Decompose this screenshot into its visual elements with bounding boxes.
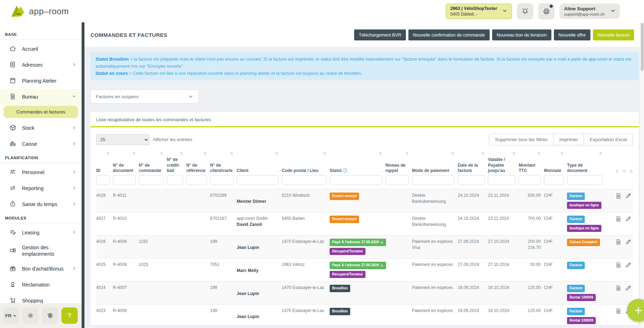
shop-selector[interactable]: 2963 | VéloShopTester 5405 Dättwil, - bbox=[446, 4, 512, 19]
sort-icon[interactable]: ⇅ bbox=[180, 151, 183, 156]
user-menu[interactable]: Aline Support support@app-room.ch bbox=[560, 4, 620, 19]
page-scrollbar[interactable] bbox=[640, 22, 644, 328]
notifications-button[interactable] bbox=[517, 3, 533, 20]
filter-input-monnaie[interactable] bbox=[544, 175, 564, 185]
sidebar-item-reporting[interactable]: Reporting bbox=[0, 180, 82, 196]
new-delivery-note-button[interactable]: Nouveau bon de livraison bbox=[492, 29, 551, 40]
view-document-button[interactable] bbox=[615, 239, 622, 246]
filter-input-statut[interactable] bbox=[330, 175, 382, 185]
view-document-button[interactable] bbox=[615, 262, 622, 269]
entries-per-page-select[interactable]: 25 bbox=[96, 134, 149, 145]
sidebar-item-bon-d-achat-bonus[interactable]: Bon d'achat/Bonus bbox=[0, 261, 82, 277]
pending-invoices-select[interactable]: Factures en suspens bbox=[90, 90, 199, 104]
filter-input-commande[interactable] bbox=[139, 175, 164, 185]
sort-icon[interactable]: ⇅ bbox=[560, 151, 564, 156]
sidebar-item-gestion-des-emplacements[interactable]: Gestion des emplacements bbox=[0, 241, 82, 261]
print-queue-button[interactable] bbox=[538, 3, 555, 20]
sidebar-item-planning-atelier[interactable]: Planning Atelier bbox=[0, 73, 82, 89]
sort-icon[interactable]: ⇅ bbox=[230, 151, 233, 156]
column-header-rappel[interactable]: ⇅Niveau de rappel bbox=[385, 150, 409, 174]
column-header-commande[interactable]: ⇅N° de commande bbox=[139, 150, 164, 174]
column-header-monnaie[interactable]: ⇅Monnaie bbox=[544, 150, 564, 174]
excel-export-button[interactable]: Exportation Excel bbox=[584, 134, 633, 145]
edit-button[interactable] bbox=[625, 216, 632, 223]
column-header-montant[interactable]: ⇅Montant TTC bbox=[519, 150, 541, 174]
column-header-credit[interactable]: ⇅N° de crédit-bail bbox=[167, 150, 183, 174]
sort-icon[interactable]: ⇅ bbox=[160, 151, 164, 156]
sort-icon[interactable]: ⇅ bbox=[132, 151, 136, 156]
column-header-actions[interactable]: ⇅⇅⇅ bbox=[606, 150, 633, 174]
column-header-client_no[interactable]: ⇅N° de client/carte bbox=[210, 150, 233, 174]
sidebar-item-saisie-du-temps[interactable]: Saisie du temps bbox=[0, 196, 82, 212]
printers-button[interactable] bbox=[42, 307, 58, 324]
column-header-lieu[interactable]: ⇅Code postal / Lieu bbox=[282, 150, 326, 174]
edit-button[interactable] bbox=[625, 285, 632, 293]
filter-input-reference[interactable] bbox=[186, 175, 207, 185]
column-header-date[interactable]: ⇅Date de la facture bbox=[458, 150, 485, 174]
column-header-statut[interactable]: ⇅Statut ? bbox=[330, 150, 382, 174]
filter-input-valable[interactable] bbox=[488, 175, 516, 185]
sort-icon[interactable]: ⇅ bbox=[615, 169, 619, 174]
new-order-confirmation-button[interactable]: Nouvelle confirmation de commande bbox=[408, 29, 490, 40]
sidebar-item-stock[interactable]: Stock bbox=[0, 120, 82, 136]
view-document-button[interactable] bbox=[615, 308, 622, 316]
edit-button[interactable] bbox=[625, 239, 632, 246]
sort-icon[interactable]: ⇅ bbox=[629, 169, 633, 174]
sidebar-item-accueil[interactable]: Accueil bbox=[0, 41, 82, 57]
sort-icon[interactable]: ⇅ bbox=[275, 151, 279, 156]
status-badge: Payé À l'adresse 27.09.2024 bbox=[330, 239, 386, 246]
sort-icon[interactable]: ⇅ bbox=[323, 151, 326, 156]
filter-input-id[interactable] bbox=[96, 175, 110, 185]
help-icon[interactable]: ? bbox=[343, 168, 347, 173]
filter-input-lieu[interactable] bbox=[282, 175, 326, 185]
sort-icon[interactable]: ⇅ bbox=[203, 151, 207, 156]
sort-icon[interactable]: ⇅ bbox=[379, 151, 382, 156]
column-header-types[interactable]: ⇅Type de document bbox=[567, 150, 602, 174]
column-header-id[interactable]: ⇅ID bbox=[96, 150, 110, 174]
language-selector[interactable]: FR bbox=[3, 307, 19, 324]
scrollbar-thumb[interactable] bbox=[641, 23, 644, 71]
filter-input-date[interactable] bbox=[458, 175, 485, 185]
filter-input-rappel[interactable] bbox=[385, 175, 409, 185]
view-document-button[interactable] bbox=[615, 193, 622, 200]
sidebar-item-adresses[interactable]: Adresses bbox=[0, 57, 82, 73]
column-header-doc[interactable]: ⇅N° de document bbox=[113, 150, 136, 174]
help-button[interactable]: ? bbox=[61, 307, 78, 324]
filter-input-client[interactable] bbox=[237, 175, 279, 185]
sort-icon[interactable]: ⇅ bbox=[405, 151, 409, 156]
filter-input-paiement[interactable] bbox=[412, 175, 455, 185]
sort-icon[interactable]: ⇅ bbox=[512, 151, 516, 156]
edit-button[interactable] bbox=[625, 193, 632, 200]
sidebar-item-personnel[interactable]: Personnel bbox=[0, 165, 82, 180]
sidebar-item-commandes-et-factures[interactable]: Commandes et factures bbox=[4, 106, 78, 118]
sidebar-item-bureau[interactable]: Bureau bbox=[0, 89, 82, 105]
filter-input-credit[interactable] bbox=[167, 175, 183, 185]
sort-icon[interactable]: ⇅ bbox=[622, 169, 626, 174]
filter-input-client_no[interactable] bbox=[210, 175, 233, 185]
settings-button[interactable] bbox=[22, 307, 39, 324]
sidebar-item-shopping[interactable]: Shopping bbox=[0, 293, 82, 303]
download-bvr-button[interactable]: Téléchargement BVR bbox=[354, 29, 406, 40]
sidebar-item-caisse[interactable]: Caisse bbox=[0, 136, 82, 152]
column-header-client[interactable]: ⇅Client bbox=[237, 150, 279, 174]
column-header-valable[interactable]: ⇅Valable / Payable jusqu'au bbox=[488, 150, 516, 174]
new-offer-button[interactable]: Nouvelle offre bbox=[554, 29, 590, 40]
new-invoice-button[interactable]: Nouvelle facture bbox=[593, 29, 634, 40]
sort-icon[interactable]: ⇅ bbox=[481, 151, 485, 156]
filter-input-types[interactable] bbox=[567, 175, 602, 185]
sort-icon[interactable]: ⇅ bbox=[537, 151, 541, 156]
sidebar-item-leasing[interactable]: Leasing bbox=[0, 225, 82, 241]
filter-input-doc[interactable] bbox=[113, 175, 136, 185]
view-document-button[interactable] bbox=[615, 216, 622, 223]
edit-button[interactable] bbox=[625, 262, 632, 269]
sort-icon[interactable]: ⇅ bbox=[599, 151, 602, 156]
print-button[interactable]: imprimer bbox=[554, 134, 584, 145]
sidebar-item-r-clamation[interactable]: Réclamation bbox=[0, 277, 82, 293]
clear-filters-button[interactable]: Supprimer tous les filtres bbox=[489, 134, 554, 145]
sort-icon[interactable]: ⇅ bbox=[451, 151, 455, 156]
sort-icon[interactable]: ⇅ bbox=[106, 151, 110, 156]
column-header-paiement[interactable]: ⇅Mode de paiement bbox=[412, 150, 455, 174]
column-header-reference[interactable]: ⇅N° de référence bbox=[186, 150, 207, 174]
view-document-button[interactable] bbox=[615, 285, 622, 293]
filter-input-montant[interactable] bbox=[519, 175, 541, 185]
